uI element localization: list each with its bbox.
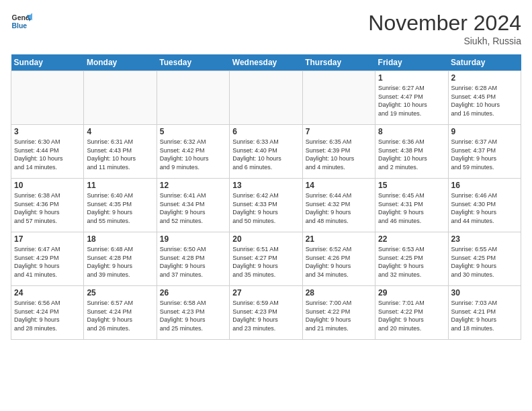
day-number: 4 [87, 127, 153, 136]
cell-0-3 [230, 71, 302, 125]
day-number: 3 [14, 127, 81, 136]
logo: General Blue [11, 11, 32, 32]
day-info: Sunrise: 6:48 AM Sunset: 4:28 PM Dayligh… [87, 245, 153, 279]
cell-2-3: 13Sunrise: 6:42 AM Sunset: 4:33 PM Dayli… [230, 179, 302, 232]
cell-0-4 [302, 71, 375, 125]
col-friday: Friday [375, 54, 448, 71]
cell-1-5: 8Sunrise: 6:36 AM Sunset: 4:38 PM Daylig… [375, 125, 448, 179]
week-row-4: 24Sunrise: 6:56 AM Sunset: 4:24 PM Dayli… [11, 286, 521, 340]
day-number: 6 [232, 127, 299, 136]
day-info: Sunrise: 6:41 AM Sunset: 4:34 PM Dayligh… [160, 191, 226, 225]
title-area: November 2024 Siukh, Russia [368, 11, 521, 46]
cell-3-1: 18Sunrise: 6:48 AM Sunset: 4:28 PM Dayli… [84, 232, 157, 286]
day-info: Sunrise: 6:50 AM Sunset: 4:28 PM Dayligh… [160, 245, 226, 279]
day-number: 24 [14, 288, 81, 298]
cell-4-0: 24Sunrise: 6:56 AM Sunset: 4:24 PM Dayli… [11, 286, 84, 340]
day-number: 1 [378, 73, 445, 83]
header-row: Sunday Monday Tuesday Wednesday Thursday… [11, 54, 521, 71]
day-info: Sunrise: 6:58 AM Sunset: 4:23 PM Dayligh… [160, 299, 226, 332]
day-info: Sunrise: 6:31 AM Sunset: 4:43 PM Dayligh… [87, 138, 153, 171]
day-info: Sunrise: 6:56 AM Sunset: 4:24 PM Dayligh… [14, 299, 81, 332]
svg-text:Blue: Blue [12, 22, 28, 30]
day-number: 8 [378, 127, 445, 136]
calendar-table: Sunday Monday Tuesday Wednesday Thursday… [11, 54, 521, 340]
cell-0-1 [84, 71, 157, 125]
day-info: Sunrise: 6:40 AM Sunset: 4:35 PM Dayligh… [87, 191, 153, 225]
col-saturday: Saturday [448, 54, 521, 71]
cell-4-1: 25Sunrise: 6:57 AM Sunset: 4:24 PM Dayli… [84, 286, 157, 340]
day-number: 15 [378, 181, 445, 190]
week-row-3: 17Sunrise: 6:47 AM Sunset: 4:29 PM Dayli… [11, 232, 521, 286]
page-container: General Blue November 2024 Siukh, Russia… [0, 0, 532, 345]
day-number: 5 [160, 127, 226, 136]
day-info: Sunrise: 6:51 AM Sunset: 4:27 PM Dayligh… [232, 245, 299, 279]
day-number: 22 [378, 234, 445, 244]
col-thursday: Thursday [302, 54, 375, 71]
cell-2-6: 16Sunrise: 6:46 AM Sunset: 4:30 PM Dayli… [448, 179, 521, 232]
day-info: Sunrise: 6:38 AM Sunset: 4:36 PM Dayligh… [14, 191, 81, 225]
day-info: Sunrise: 6:33 AM Sunset: 4:40 PM Dayligh… [232, 138, 299, 171]
cell-3-0: 17Sunrise: 6:47 AM Sunset: 4:29 PM Dayli… [11, 232, 84, 286]
day-info: Sunrise: 7:00 AM Sunset: 4:22 PM Dayligh… [306, 299, 372, 332]
month-title: November 2024 [368, 11, 521, 36]
day-info: Sunrise: 6:59 AM Sunset: 4:23 PM Dayligh… [232, 299, 299, 332]
cell-0-0 [11, 71, 84, 125]
day-number: 14 [306, 181, 372, 190]
day-number: 25 [87, 288, 153, 298]
location: Siukh, Russia [368, 36, 521, 46]
cell-4-4: 28Sunrise: 7:00 AM Sunset: 4:22 PM Dayli… [302, 286, 375, 340]
cell-3-5: 22Sunrise: 6:53 AM Sunset: 4:25 PM Dayli… [375, 232, 448, 286]
day-number: 16 [451, 181, 518, 190]
day-info: Sunrise: 6:57 AM Sunset: 4:24 PM Dayligh… [87, 299, 153, 332]
day-number: 7 [306, 127, 372, 136]
cell-4-2: 26Sunrise: 6:58 AM Sunset: 4:23 PM Dayli… [157, 286, 229, 340]
cell-4-3: 27Sunrise: 6:59 AM Sunset: 4:23 PM Dayli… [230, 286, 302, 340]
cell-0-2 [157, 71, 229, 125]
day-info: Sunrise: 6:32 AM Sunset: 4:42 PM Dayligh… [160, 138, 226, 171]
day-info: Sunrise: 6:53 AM Sunset: 4:25 PM Dayligh… [378, 245, 445, 279]
day-info: Sunrise: 6:30 AM Sunset: 4:44 PM Dayligh… [14, 138, 81, 171]
day-info: Sunrise: 6:27 AM Sunset: 4:47 PM Dayligh… [378, 84, 445, 118]
day-number: 19 [160, 234, 226, 244]
col-wednesday: Wednesday [230, 54, 302, 71]
day-number: 30 [451, 288, 518, 298]
day-number: 10 [14, 181, 81, 190]
cell-3-6: 23Sunrise: 6:55 AM Sunset: 4:25 PM Dayli… [448, 232, 521, 286]
day-number: 20 [232, 234, 299, 244]
col-tuesday: Tuesday [157, 54, 229, 71]
day-info: Sunrise: 6:36 AM Sunset: 4:38 PM Dayligh… [378, 138, 445, 171]
cell-1-1: 4Sunrise: 6:31 AM Sunset: 4:43 PM Daylig… [84, 125, 157, 179]
day-info: Sunrise: 6:42 AM Sunset: 4:33 PM Dayligh… [232, 191, 299, 225]
cell-1-4: 7Sunrise: 6:35 AM Sunset: 4:39 PM Daylig… [302, 125, 375, 179]
day-number: 23 [451, 234, 518, 244]
cell-3-4: 21Sunrise: 6:52 AM Sunset: 4:26 PM Dayli… [302, 232, 375, 286]
day-info: Sunrise: 6:55 AM Sunset: 4:25 PM Dayligh… [451, 245, 518, 279]
cell-2-5: 15Sunrise: 6:45 AM Sunset: 4:31 PM Dayli… [375, 179, 448, 232]
day-number: 9 [451, 127, 518, 136]
cell-0-6: 2Sunrise: 6:28 AM Sunset: 4:45 PM Daylig… [448, 71, 521, 125]
cell-4-6: 30Sunrise: 7:03 AM Sunset: 4:21 PM Dayli… [448, 286, 521, 340]
cell-0-5: 1Sunrise: 6:27 AM Sunset: 4:47 PM Daylig… [375, 71, 448, 125]
week-row-0: 1Sunrise: 6:27 AM Sunset: 4:47 PM Daylig… [11, 71, 521, 125]
day-info: Sunrise: 6:35 AM Sunset: 4:39 PM Dayligh… [306, 138, 372, 171]
day-info: Sunrise: 7:03 AM Sunset: 4:21 PM Dayligh… [451, 299, 518, 332]
day-number: 13 [232, 181, 299, 190]
week-row-1: 3Sunrise: 6:30 AM Sunset: 4:44 PM Daylig… [11, 125, 521, 179]
cell-2-1: 11Sunrise: 6:40 AM Sunset: 4:35 PM Dayli… [84, 179, 157, 232]
day-info: Sunrise: 6:45 AM Sunset: 4:31 PM Dayligh… [378, 191, 445, 225]
day-info: Sunrise: 6:37 AM Sunset: 4:37 PM Dayligh… [451, 138, 518, 171]
cell-2-4: 14Sunrise: 6:44 AM Sunset: 4:32 PM Dayli… [302, 179, 375, 232]
day-info: Sunrise: 6:44 AM Sunset: 4:32 PM Dayligh… [306, 191, 372, 225]
day-number: 26 [160, 288, 226, 298]
cell-1-0: 3Sunrise: 6:30 AM Sunset: 4:44 PM Daylig… [11, 125, 84, 179]
day-number: 2 [451, 73, 518, 83]
day-info: Sunrise: 6:52 AM Sunset: 4:26 PM Dayligh… [306, 245, 372, 279]
cell-2-2: 12Sunrise: 6:41 AM Sunset: 4:34 PM Dayli… [157, 179, 229, 232]
day-number: 27 [232, 288, 299, 298]
day-number: 12 [160, 181, 226, 190]
col-monday: Monday [84, 54, 157, 71]
day-number: 29 [378, 288, 445, 298]
day-info: Sunrise: 6:46 AM Sunset: 4:30 PM Dayligh… [451, 191, 518, 225]
cell-3-2: 19Sunrise: 6:50 AM Sunset: 4:28 PM Dayli… [157, 232, 229, 286]
logo-icon: General Blue [11, 11, 32, 32]
